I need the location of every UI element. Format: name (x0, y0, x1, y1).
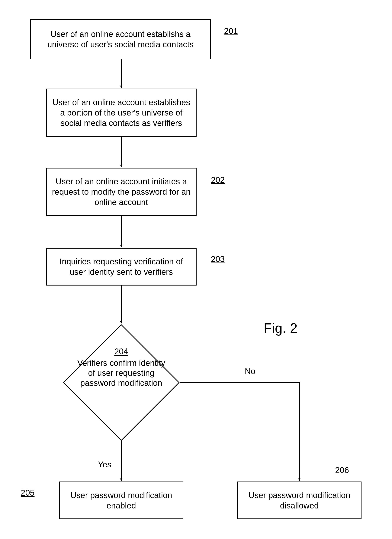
step-202: User of an online account initiates a re… (46, 168, 197, 216)
step-201-text: User of an online account establishs a u… (35, 29, 206, 50)
ref-203: 203 (211, 255, 225, 264)
step-205: User password modification enabled (59, 481, 183, 519)
step-201b-text: User of an online account establishes a … (51, 97, 192, 128)
step-203-text: Inquiries requesting verification of use… (51, 256, 192, 277)
ref-206: 206 (335, 466, 349, 475)
ref-205: 205 (21, 488, 34, 498)
figure-label: Fig. 2 (264, 320, 298, 336)
step-206-text: User password modification disallowed (242, 490, 357, 511)
step-205-text: User password modification enabled (64, 490, 179, 511)
ref-201: 201 (224, 26, 238, 36)
edge-no-label: No (245, 366, 255, 376)
flowchart-canvas: User of an online account establishs a u… (0, 0, 392, 539)
decision-204-text: Verifiers confirm identity of user reque… (74, 358, 168, 388)
edge-yes-label: Yes (98, 460, 111, 469)
step-201b: User of an online account establishes a … (46, 89, 197, 137)
step-202-text: User of an online account initiates a re… (51, 176, 192, 207)
step-203: Inquiries requesting verification of use… (46, 248, 197, 285)
ref-204: 204 (114, 347, 128, 356)
step-206: User password modification disallowed (237, 481, 362, 519)
decision-204: 204 Verifiers confirm identity of user r… (63, 324, 180, 441)
ref-202: 202 (211, 175, 225, 185)
step-201: User of an online account establishs a u… (30, 19, 211, 59)
